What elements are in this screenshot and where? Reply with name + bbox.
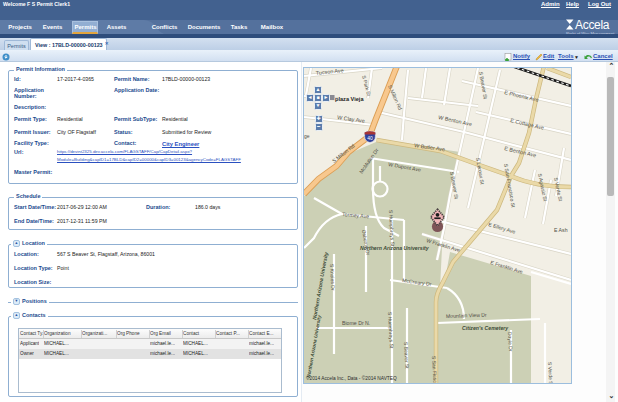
svg-text:40: 40: [367, 135, 373, 141]
svg-text:©2014 Accela Inc., Data - ©201: ©2014 Accela Inc., Data - ©2014 NAVTEQ: [306, 375, 397, 381]
svg-text:plaza Vieja: plaza Vieja: [335, 96, 364, 102]
svg-text:Biome Dr N.: Biome Dr N.: [342, 320, 370, 326]
svg-text:ge: ge: [304, 133, 310, 139]
svg-text:E Ash: E Ash: [554, 227, 568, 233]
svg-text:Citizen's Cemetery: Citizen's Cemetery: [462, 325, 509, 331]
svg-text:S Verde St: S Verde St: [547, 362, 554, 384]
svg-text:Doyle Dr: Doyle Dr: [507, 332, 514, 352]
svg-text:Northern Arizona University: Northern Arizona University: [360, 245, 430, 251]
